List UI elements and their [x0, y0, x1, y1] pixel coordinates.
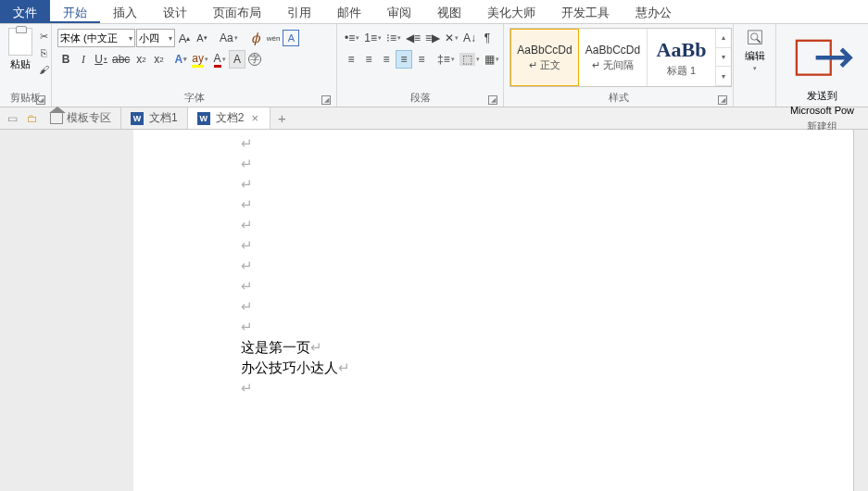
add-tab-button[interactable]: + [270, 110, 294, 126]
decrease-indent-button[interactable]: ◀≡ [404, 29, 422, 47]
paste-icon [8, 28, 32, 56]
strike-button[interactable]: abc [110, 50, 132, 69]
change-case-button[interactable]: Aa▾ [218, 29, 240, 47]
new-blank-icon[interactable]: ▭ [0, 112, 20, 125]
borders-button[interactable]: ▦▾ [483, 50, 501, 69]
align-justify-button[interactable]: ≡ [396, 50, 412, 69]
menu-home[interactable]: 开始 [50, 0, 100, 23]
home-icon [50, 113, 63, 124]
text-direction-button[interactable]: ✕▾ [443, 29, 460, 47]
align-distribute-button[interactable]: ≡ [413, 50, 430, 69]
word-icon: W [197, 112, 210, 125]
menu-insert[interactable]: 插入 [100, 0, 150, 23]
align-center-button[interactable]: ≡ [360, 50, 377, 69]
group-paragraph: •≡▾ 1≡▾ ⁝≡▾ ◀≡ ≡▶ ✕▾ A↓ ¶ ≡ ≡ ≡ ≡ ≡ ‡≡▾ … [337, 24, 504, 107]
grow-font-button[interactable]: A▴ [176, 29, 193, 47]
group-edit: 编辑 ▾ [734, 24, 776, 107]
font-group-label: 字体◢ [57, 89, 331, 107]
menu-beautify[interactable]: 美化大师 [474, 0, 548, 23]
scrollbar[interactable] [853, 130, 868, 491]
font-launcher[interactable]: ◢ [321, 95, 331, 105]
char-shading-button[interactable]: A [229, 50, 245, 69]
cut-button[interactable]: ✂ [35, 29, 52, 44]
style-expand[interactable]: ▾ [716, 67, 731, 86]
para-mark: ↵ [241, 154, 853, 174]
style-normal[interactable]: AaBbCcDd ↵ 正文 [510, 29, 579, 86]
group-clipboard: 粘贴 ✂ ⎘ 🖌 剪贴板◢ [0, 24, 52, 107]
menu-devtools[interactable]: 开发工具 [548, 0, 623, 23]
clear-format-button[interactable]: ϕ [247, 29, 264, 47]
show-marks-button[interactable]: ¶ [479, 29, 496, 47]
align-left-button[interactable]: ≡ [343, 50, 359, 69]
menu-huioffice[interactable]: 慧办公 [623, 0, 685, 23]
clipboard-group-label: 剪贴板◢ [6, 89, 45, 107]
style-scroll-up[interactable]: ▴ [716, 29, 731, 48]
menubar: 文件 开始 插入 设计 页面布局 引用 邮件 审阅 视图 美化大师 开发工具 慧… [0, 0, 868, 24]
open-folder-icon[interactable]: 🗀 [20, 112, 41, 125]
increase-indent-button[interactable]: ≡▶ [423, 29, 442, 47]
bullets-button[interactable]: •≡▾ [343, 29, 361, 47]
tab-doc1[interactable]: W 文档1 [121, 107, 188, 129]
para-mark: ↵ [241, 256, 853, 276]
send-icon [790, 28, 854, 87]
format-painter-button[interactable]: 🖌 [35, 62, 52, 77]
multilevel-button[interactable]: ⁝≡▾ [384, 29, 403, 47]
para-mark: ↵ [241, 317, 853, 337]
enclose-char-button[interactable]: 字 [246, 50, 263, 69]
style-scroll-down[interactable]: ▾ [716, 48, 731, 68]
bold-button[interactable]: B [57, 50, 74, 69]
menu-layout[interactable]: 页面布局 [200, 0, 274, 23]
menu-view[interactable]: 视图 [424, 0, 474, 23]
menu-mail[interactable]: 邮件 [324, 0, 374, 23]
menu-design[interactable]: 设计 [150, 0, 200, 23]
clipboard-launcher[interactable]: ◢ [36, 95, 45, 105]
shading-button[interactable]: ⬚▾ [458, 50, 482, 69]
para-mark: ↵ [241, 215, 853, 235]
left-gutter [0, 130, 133, 491]
copy-button[interactable]: ⎘ [35, 45, 52, 60]
group-styles: AaBbCcDd ↵ 正文 AaBbCcDd ↵ 无间隔 AaBb 标题 1 ▴… [504, 24, 734, 107]
styles-group-label: 样式◢ [509, 89, 727, 107]
font-color-button[interactable]: A▾ [211, 50, 228, 69]
paragraph-group-label: 段落◢ [343, 89, 497, 107]
align-right-button[interactable]: ≡ [378, 50, 395, 69]
text-effects-button[interactable]: A▾ [172, 50, 189, 69]
tab-doc2[interactable]: W 文档2 × [188, 107, 270, 129]
phonetic-guide-button[interactable]: wén [265, 29, 283, 47]
paste-button[interactable]: 粘贴 [6, 26, 35, 73]
subscript-button[interactable]: x2 [132, 50, 149, 69]
italic-button[interactable]: I [75, 50, 92, 69]
para-mark: ↵ [241, 235, 853, 256]
font-size-select[interactable]: 小四▾ [136, 29, 175, 47]
page[interactable]: ↵ ↵ ↵ ↵ ↵ ↵ ↵ ↵ ↵ ↵ 这是第一页↵ 办公技巧小达人↵ ↵ [133, 130, 853, 491]
group-send: 发送到 Microsoft Pow 新建组 [776, 24, 868, 107]
find-icon [745, 28, 765, 47]
font-name-select[interactable]: 宋体 (中文正▾ [57, 29, 135, 47]
close-tab-button[interactable]: × [249, 111, 260, 125]
shrink-font-button[interactable]: A▾ [194, 29, 210, 47]
line-spacing-button[interactable]: ‡≡▾ [435, 50, 457, 69]
menu-file[interactable]: 文件 [0, 0, 50, 23]
styles-launcher[interactable]: ◢ [718, 95, 727, 105]
para-mark: ↵ [241, 378, 853, 398]
ribbon: 粘贴 ✂ ⎘ 🖌 剪贴板◢ 宋体 (中文正▾ 小四▾ A▴ A▾ Aa▾ ϕ w… [0, 24, 868, 107]
edit-button[interactable]: 编辑 ▾ [742, 26, 768, 74]
char-border-button[interactable]: A [283, 30, 299, 46]
para-mark: ↵ [241, 133, 853, 154]
superscript-button[interactable]: x2 [150, 50, 167, 69]
document-tabs: ▭ 🗀 模板专区 W 文档1 W 文档2 × + [0, 107, 868, 130]
style-nospacing[interactable]: AaBbCcDd ↵ 无间隔 [579, 29, 648, 86]
numbering-button[interactable]: 1≡▾ [362, 29, 384, 47]
paste-label: 粘贴 [10, 57, 31, 71]
menu-references[interactable]: 引用 [274, 0, 324, 23]
text-line1: 这是第一页↵ [241, 337, 853, 358]
para-mark: ↵ [241, 174, 853, 195]
highlight-button[interactable]: ay▾ [190, 50, 210, 69]
send-to-button[interactable]: 发送到 Microsoft Pow [787, 26, 857, 118]
menu-review[interactable]: 审阅 [374, 0, 424, 23]
template-zone[interactable]: 模板专区 [41, 107, 121, 129]
paragraph-launcher[interactable]: ◢ [488, 95, 497, 105]
sort-button[interactable]: A↓ [461, 29, 478, 47]
style-heading1[interactable]: AaBb 标题 1 [648, 29, 716, 86]
underline-button[interactable]: U▾ [93, 50, 109, 69]
